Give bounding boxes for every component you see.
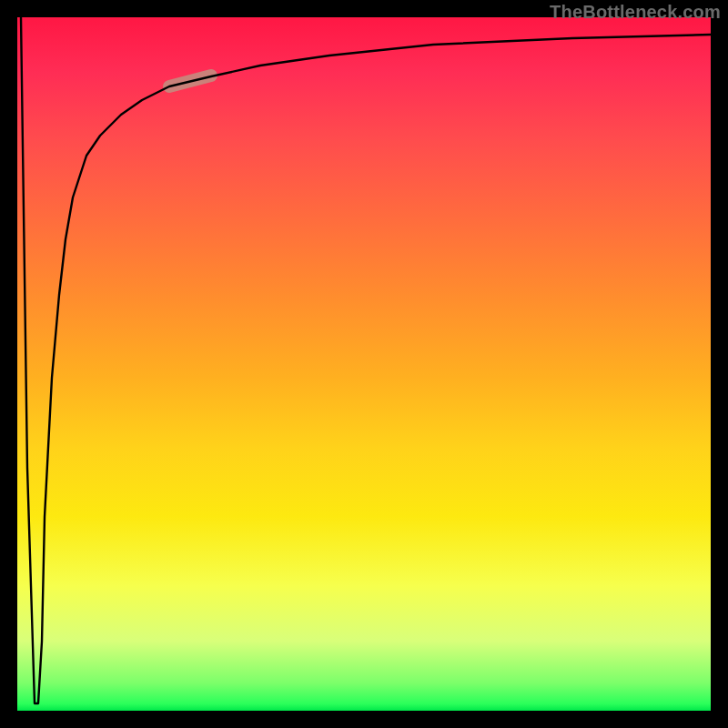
plot-area (17, 17, 711, 711)
chart-container: TheBottleneck.com (0, 0, 728, 728)
